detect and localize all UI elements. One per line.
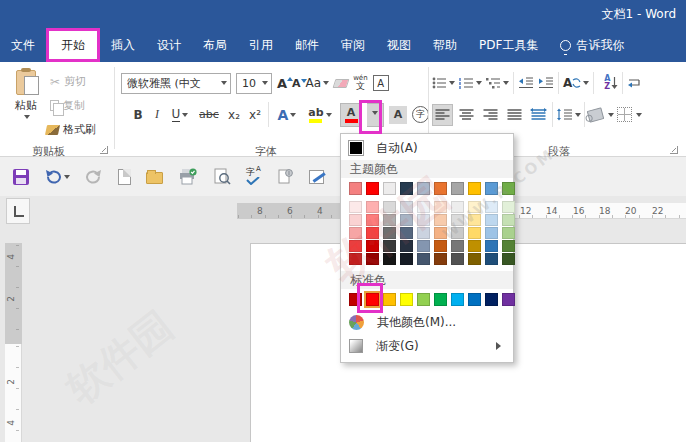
attachment-button[interactable] xyxy=(276,168,294,186)
open-button[interactable] xyxy=(146,169,163,184)
color-swatch[interactable] xyxy=(366,293,379,306)
color-swatch[interactable] xyxy=(400,227,413,239)
numbered-list-button[interactable] xyxy=(459,77,482,89)
color-swatch[interactable] xyxy=(366,227,379,239)
color-swatch[interactable] xyxy=(383,253,396,265)
color-swatch[interactable] xyxy=(383,240,396,252)
color-swatch[interactable] xyxy=(434,240,447,252)
font-name-combobox[interactable]: 微软雅黑 (中文 xyxy=(121,73,231,94)
clipboard-dialog-launcher[interactable] xyxy=(100,146,108,154)
color-swatch[interactable] xyxy=(451,227,464,239)
tab-pdf-tools[interactable]: PDF工具集 xyxy=(468,28,549,62)
clear-formatting-button[interactable] xyxy=(334,79,348,88)
color-swatch[interactable] xyxy=(468,293,481,306)
color-swatch[interactable] xyxy=(366,214,379,226)
color-swatch[interactable] xyxy=(468,227,481,239)
undo-button[interactable] xyxy=(44,169,70,185)
strikethrough-button[interactable]: abc xyxy=(197,108,221,121)
color-swatch[interactable] xyxy=(502,182,515,195)
increase-indent-button[interactable] xyxy=(538,77,554,89)
color-swatch[interactable] xyxy=(417,227,430,239)
color-swatch[interactable] xyxy=(485,201,498,213)
color-swatch[interactable] xyxy=(468,201,481,213)
character-shading-button[interactable]: A xyxy=(389,106,407,124)
color-swatch[interactable] xyxy=(434,182,447,195)
color-swatch[interactable] xyxy=(434,227,447,239)
color-swatch[interactable] xyxy=(417,253,430,265)
enclose-characters-button[interactable]: 字 xyxy=(412,106,429,123)
color-swatch[interactable] xyxy=(400,201,413,213)
copy-button[interactable]: 复制 xyxy=(50,98,85,113)
color-swatch[interactable] xyxy=(502,240,515,252)
color-swatch[interactable] xyxy=(400,253,413,265)
align-left-button[interactable] xyxy=(432,104,453,126)
new-document-button[interactable] xyxy=(118,169,131,185)
redo-button[interactable] xyxy=(85,169,103,185)
tab-insert[interactable]: 插入 xyxy=(100,28,146,62)
color-swatch[interactable] xyxy=(383,201,396,213)
phonetic-guide-button[interactable]: wén文 xyxy=(353,75,367,91)
multilevel-list-button[interactable] xyxy=(486,77,509,89)
color-swatch[interactable] xyxy=(366,201,379,213)
color-swatch[interactable] xyxy=(451,201,464,213)
more-colors-item[interactable]: 其他颜色(M)... xyxy=(341,310,513,334)
highlight-color-button[interactable]: ab xyxy=(305,107,335,123)
tab-home[interactable]: 开始 xyxy=(46,28,100,62)
align-center-button[interactable] xyxy=(456,104,477,126)
color-swatch[interactable] xyxy=(383,214,396,226)
format-painter-button[interactable]: 格式刷 xyxy=(46,122,96,137)
tab-help[interactable]: 帮助 xyxy=(422,28,468,62)
tab-design[interactable]: 设计 xyxy=(146,28,192,62)
text-effects-button[interactable]: A xyxy=(274,107,300,123)
color-swatch[interactable] xyxy=(485,227,498,239)
color-swatch[interactable] xyxy=(434,293,447,306)
color-swatch[interactable] xyxy=(417,201,430,213)
color-swatch[interactable] xyxy=(485,214,498,226)
color-swatch[interactable] xyxy=(451,253,464,265)
automatic-color-item[interactable]: 自动(A) xyxy=(341,136,513,160)
tab-mailings[interactable]: 邮件 xyxy=(284,28,330,62)
color-swatch[interactable] xyxy=(400,182,413,195)
borders-button[interactable] xyxy=(617,107,642,122)
color-swatch[interactable] xyxy=(434,253,447,265)
color-swatch[interactable] xyxy=(400,293,413,306)
color-swatch[interactable] xyxy=(485,240,498,252)
color-swatch[interactable] xyxy=(366,253,379,265)
line-spacing-button[interactable] xyxy=(556,108,581,121)
color-swatch[interactable] xyxy=(349,201,362,213)
color-swatch[interactable] xyxy=(485,182,498,195)
tab-tell-me[interactable]: 告诉我你 xyxy=(549,28,635,62)
color-swatch[interactable] xyxy=(400,214,413,226)
color-swatch[interactable] xyxy=(451,182,464,195)
color-swatch[interactable] xyxy=(451,240,464,252)
color-swatch[interactable] xyxy=(349,214,362,226)
quick-print-button[interactable] xyxy=(178,168,198,186)
paragraph-dialog-launcher[interactable] xyxy=(670,146,678,154)
color-swatch[interactable] xyxy=(451,293,464,306)
tab-layout[interactable]: 布局 xyxy=(192,28,238,62)
color-swatch[interactable] xyxy=(366,182,379,195)
show-marks-button[interactable] xyxy=(627,77,643,89)
subscript-button[interactable]: x₂ xyxy=(226,108,242,122)
color-swatch[interactable] xyxy=(400,240,413,252)
tab-file[interactable]: 文件 xyxy=(0,28,46,62)
font-color-button[interactable]: A xyxy=(340,103,362,127)
sort-button[interactable]: AZ xyxy=(604,75,617,91)
color-swatch[interactable] xyxy=(383,182,396,195)
color-swatch[interactable] xyxy=(417,240,430,252)
superscript-button[interactable]: x² xyxy=(247,108,263,122)
italic-button[interactable]: I xyxy=(151,107,163,122)
color-swatch[interactable] xyxy=(417,214,430,226)
color-swatch[interactable] xyxy=(468,182,481,195)
color-swatch[interactable] xyxy=(502,201,515,213)
justify-button[interactable] xyxy=(504,104,525,126)
color-swatch[interactable] xyxy=(468,240,481,252)
asian-layout-button[interactable]: A xyxy=(563,76,589,90)
color-swatch[interactable] xyxy=(383,227,396,239)
color-swatch[interactable] xyxy=(502,227,515,239)
edit-table-button[interactable] xyxy=(309,170,324,184)
color-swatch[interactable] xyxy=(434,214,447,226)
shading-button[interactable] xyxy=(588,109,614,121)
color-swatch[interactable] xyxy=(417,182,430,195)
align-right-button[interactable] xyxy=(480,104,501,126)
